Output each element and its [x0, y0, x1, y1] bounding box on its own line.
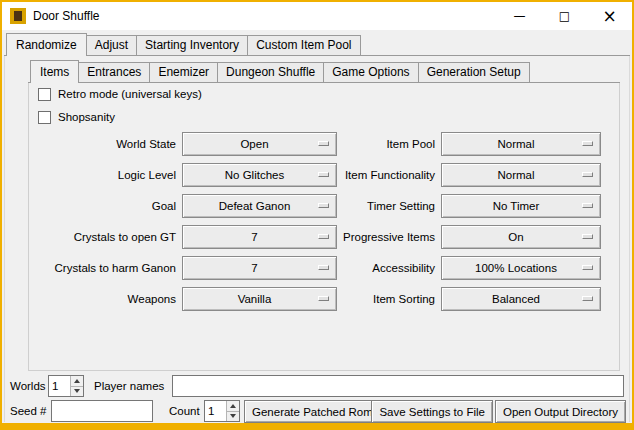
seed-label: Seed #: [10, 400, 46, 422]
retro-mode-checkbox[interactable]: Retro mode (universal keys): [38, 87, 202, 101]
checkbox-icon: [38, 111, 51, 124]
tab-game-options[interactable]: Game Options: [323, 62, 418, 82]
dropdown-value: Open: [240, 138, 278, 150]
world-state-dropdown[interactable]: Open: [182, 132, 337, 156]
spin-down-button[interactable]: [70, 386, 83, 397]
weapons-label: Weapons: [38, 287, 176, 311]
retro-mode-label: Retro mode (universal keys): [58, 88, 202, 100]
dropdown-value: Vanilla: [238, 293, 282, 305]
worlds-spinbox-input[interactable]: [49, 376, 70, 396]
tab-generation-setup[interactable]: Generation Setup: [418, 62, 530, 82]
progressive-items-label: Progressive Items: [343, 225, 435, 249]
count-spinbox-input[interactable]: [205, 401, 226, 421]
generate-patched-rom-button[interactable]: Generate Patched Rom: [244, 400, 381, 423]
tab-entrances[interactable]: Entrances: [78, 62, 150, 82]
accessibility-dropdown[interactable]: 100% Locations: [441, 256, 601, 280]
spin-down-button[interactable]: [226, 411, 239, 422]
tab-adjust[interactable]: Adjust: [86, 35, 137, 55]
worlds-spinbox[interactable]: [48, 375, 84, 397]
dropdown-value: Balanced: [492, 293, 550, 305]
dropdown-value: 7: [251, 231, 267, 243]
open-output-directory-button[interactable]: Open Output Directory: [495, 400, 626, 423]
item-pool-dropdown[interactable]: Normal: [441, 132, 601, 156]
goal-dropdown[interactable]: Defeat Ganon: [182, 194, 337, 218]
dropdown-indicator-icon: [318, 265, 329, 270]
player-names-label: Player names: [94, 375, 164, 397]
dropdown-indicator-icon: [582, 141, 593, 146]
dropdown-value: On: [508, 231, 533, 243]
window-content: Randomize Adjust Starting Inventory Cust…: [2, 30, 632, 423]
outer-tab-bar: Randomize Adjust Starting Inventory Cust…: [4, 33, 630, 56]
dropdown-indicator-icon: [582, 296, 593, 301]
tab-starting-inventory[interactable]: Starting Inventory: [136, 35, 248, 55]
dropdown-value: No Timer: [493, 200, 550, 212]
crystals-harm-ganon-label: Crystals to harm Ganon: [38, 256, 176, 280]
item-functionality-label: Item Functionality: [343, 163, 435, 187]
spin-arrows: [226, 401, 239, 421]
randomize-panel: Items Entrances Enemizer Dungeon Shuffle…: [4, 56, 630, 422]
item-sorting-label: Item Sorting: [343, 287, 435, 311]
weapons-dropdown[interactable]: Vanilla: [182, 287, 337, 311]
goal-label: Goal: [38, 194, 176, 218]
crystals-harm-ganon-dropdown[interactable]: 7: [182, 256, 337, 280]
crystals-open-gt-label: Crystals to open GT: [38, 225, 176, 249]
progressive-items-dropdown[interactable]: On: [441, 225, 601, 249]
tab-custom-item-pool[interactable]: Custom Item Pool: [247, 35, 360, 55]
dropdown-indicator-icon: [582, 265, 593, 270]
tab-dungeon-shuffle[interactable]: Dungeon Shuffle: [217, 62, 324, 82]
maximize-button[interactable]: □: [542, 2, 587, 30]
timer-setting-label: Timer Setting: [343, 194, 435, 218]
dropdown-indicator-icon: [582, 234, 593, 239]
player-names-input[interactable]: [172, 375, 624, 397]
dropdown-indicator-icon: [318, 203, 329, 208]
dropdown-indicator-icon: [318, 296, 329, 301]
inner-tab-bar: Items Entrances Enemizer Dungeon Shuffle…: [28, 60, 620, 83]
count-label: Count: [169, 400, 200, 422]
dropdown-value: Normal: [497, 169, 544, 181]
world-state-label: World State: [38, 132, 176, 156]
logic-level-dropdown[interactable]: No Glitches: [182, 163, 337, 187]
tab-enemizer[interactable]: Enemizer: [149, 62, 218, 82]
items-panel: Retro mode (universal keys) Shopsanity W…: [28, 83, 620, 371]
shopsanity-checkbox[interactable]: Shopsanity: [38, 110, 115, 124]
dropdown-value: Normal: [497, 138, 544, 150]
dropdown-value: 7: [251, 262, 267, 274]
spin-up-button[interactable]: [70, 376, 83, 386]
dropdown-value: 100% Locations: [475, 262, 567, 274]
tab-items[interactable]: Items: [30, 60, 79, 83]
accessibility-label: Accessibility: [343, 256, 435, 280]
minimize-button[interactable]: —: [497, 2, 542, 30]
item-pool-label: Item Pool: [343, 132, 435, 156]
up-arrow-icon: [74, 379, 80, 383]
close-button[interactable]: ×: [587, 2, 632, 30]
down-arrow-icon: [74, 389, 80, 393]
shopsanity-label: Shopsanity: [58, 111, 115, 123]
item-sorting-dropdown[interactable]: Balanced: [441, 287, 601, 311]
timer-setting-dropdown[interactable]: No Timer: [441, 194, 601, 218]
count-spinbox[interactable]: [204, 400, 240, 422]
dropdown-indicator-icon: [318, 234, 329, 239]
dropdown-indicator-icon: [318, 141, 329, 146]
spin-arrows: [70, 376, 83, 396]
dropdown-value: No Glitches: [225, 169, 294, 181]
window-controls: — □ ×: [497, 2, 632, 30]
bottom-right-buttons: Save Settings to File Open Output Direct…: [371, 400, 626, 423]
seed-input[interactable]: [51, 400, 153, 422]
app-icon: [10, 8, 26, 24]
up-arrow-icon: [230, 404, 236, 408]
spin-up-button[interactable]: [226, 401, 239, 411]
seed-row: Seed # Count Generate Patched Rom Save S…: [2, 400, 632, 423]
crystals-open-gt-dropdown[interactable]: 7: [182, 225, 337, 249]
worlds-row: Worlds Player names: [2, 375, 632, 397]
down-arrow-icon: [230, 414, 236, 418]
titlebar: Door Shuffle — □ ×: [2, 2, 632, 30]
save-settings-button[interactable]: Save Settings to File: [371, 400, 492, 423]
item-functionality-dropdown[interactable]: Normal: [441, 163, 601, 187]
tab-randomize[interactable]: Randomize: [6, 33, 87, 56]
options-grid: World State Open Item Pool Normal Logic …: [38, 132, 601, 311]
checkbox-icon: [38, 88, 51, 101]
dropdown-value: Defeat Ganon: [219, 200, 301, 212]
worlds-label: Worlds: [10, 375, 46, 397]
app-window: Door Shuffle — □ × Randomize Adjust Star…: [0, 0, 634, 430]
dropdown-indicator-icon: [582, 172, 593, 177]
